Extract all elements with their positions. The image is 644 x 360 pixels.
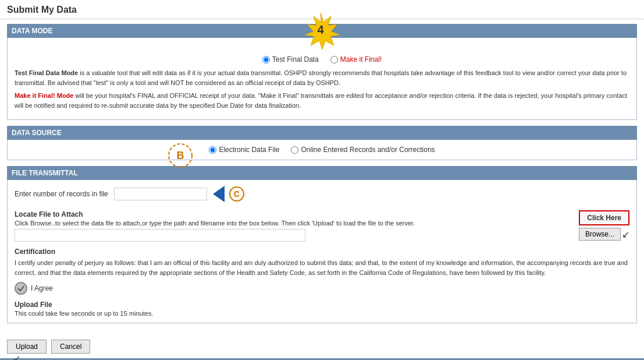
data-source-inner: B Electronic Data File Online Entered Re… — [15, 146, 629, 154]
browse-button[interactable]: Browse... — [579, 228, 621, 241]
locate-file-row: Locate File to Attach Click Browse..to s… — [15, 210, 629, 242]
svg-text:4: 4 — [317, 23, 324, 36]
test-final-bold: Test Final Data Mode — [15, 69, 78, 76]
upload-cursor-icon: ↙ — [13, 353, 20, 360]
online-records-label[interactable]: Online Entered Records and/or Correction… — [301, 146, 435, 154]
data-source-radio-row: Electronic Data File Online Entered Reco… — [15, 146, 629, 154]
arrow-blue — [213, 186, 225, 202]
arrow-c-annotation: C — [213, 186, 244, 202]
desc1-text: is a valuable tool that will edit data a… — [15, 69, 627, 86]
svg-text:B: B — [177, 150, 184, 161]
page-wrapper: Submit My Data DATA MODE 4 — [0, 0, 644, 360]
make-final-label[interactable]: Make it Final! — [340, 55, 382, 63]
data-mode-body: 4 Test Final Data Make it Final! — [7, 38, 637, 120]
file-path-input[interactable] — [15, 229, 305, 242]
certification-title: Certification — [15, 248, 629, 256]
upload-button[interactable]: Upload — [7, 340, 47, 354]
agree-row[interactable]: I Agree — [15, 282, 629, 295]
test-final-radio[interactable] — [262, 56, 270, 63]
agree-label: I Agree — [31, 284, 53, 292]
make-final-radio[interactable] — [330, 56, 338, 63]
click-here-button[interactable]: Click Here — [579, 210, 629, 225]
test-final-label[interactable]: Test Final Data — [272, 55, 319, 63]
data-mode-desc2: Make it Final! Mode will be your hospita… — [15, 91, 629, 110]
make-final-option[interactable]: Make it Final! — [330, 55, 382, 63]
desc2-text: will be your hospital's FINAL and OFFICI… — [15, 92, 627, 109]
starburst-annotation: 4 — [299, 12, 346, 52]
data-mode-section: DATA MODE 4 Test — [7, 24, 637, 120]
locate-file-left: Locate File to Attach Click Browse..to s… — [15, 210, 579, 242]
records-input[interactable] — [114, 188, 207, 200]
locate-file-right: Click Here Browse... ↙ — [579, 210, 629, 241]
certification-section: Certification I certify under penalty of… — [15, 248, 629, 295]
test-final-option[interactable]: Test Final Data — [262, 55, 319, 63]
data-source-header: DATA SOURCE — [7, 126, 637, 140]
file-transmittal-header: FILE TRANSMITTAL — [7, 166, 637, 180]
records-label: Enter number of records in file — [15, 190, 108, 198]
certification-text: I certify under penalty of perjury as fo… — [15, 258, 629, 277]
file-transmittal-section: FILE TRANSMITTAL Enter number of records… — [7, 166, 637, 323]
action-buttons-row: Upload ↙ Cancel — [0, 335, 644, 358]
browse-input-row — [15, 229, 579, 242]
upload-file-section: Upload File This could take few seconds … — [15, 301, 629, 317]
main-content: DATA MODE 4 Test — [0, 24, 644, 335]
locate-file-title: Locate File to Attach — [15, 210, 579, 218]
electronic-data-label[interactable]: Electronic Data File — [219, 146, 279, 154]
online-records-radio[interactable] — [291, 146, 298, 154]
upload-file-title: Upload File — [15, 301, 629, 309]
data-source-body: B Electronic Data File Online Entered Re… — [7, 140, 637, 160]
records-row: Enter number of records in file C — [15, 186, 629, 202]
browse-row: Browse... ↙ — [579, 228, 629, 241]
electronic-data-radio[interactable] — [209, 146, 216, 154]
bubble-b-annotation: B — [166, 141, 195, 172]
upload-file-desc: This could take few seconds or up to 15 … — [15, 310, 629, 317]
cancel-button[interactable]: Cancel — [51, 340, 90, 354]
online-records-option[interactable]: Online Entered Records and/or Correction… — [291, 146, 435, 154]
electronic-data-option[interactable]: Electronic Data File — [209, 146, 279, 154]
make-final-bold: Make it Final! Mode — [15, 92, 73, 99]
data-source-section: DATA SOURCE B Electronic Data File — [7, 126, 637, 160]
cursor-icon: ↙ — [622, 229, 629, 240]
data-mode-inner: 4 Test Final Data Make it Final! — [15, 44, 629, 110]
locate-file-desc: Click Browse..to select the data file to… — [15, 220, 579, 227]
agree-checkbox[interactable] — [15, 282, 27, 295]
file-transmittal-body: Enter number of records in file C Locate… — [7, 180, 637, 323]
data-mode-desc1: Test Final Data Mode is a valuable tool … — [15, 68, 629, 87]
data-mode-radio-row: Test Final Data Make it Final! — [15, 55, 629, 63]
upload-btn-container: Upload ↙ — [7, 340, 47, 354]
circle-c: C — [229, 186, 244, 202]
